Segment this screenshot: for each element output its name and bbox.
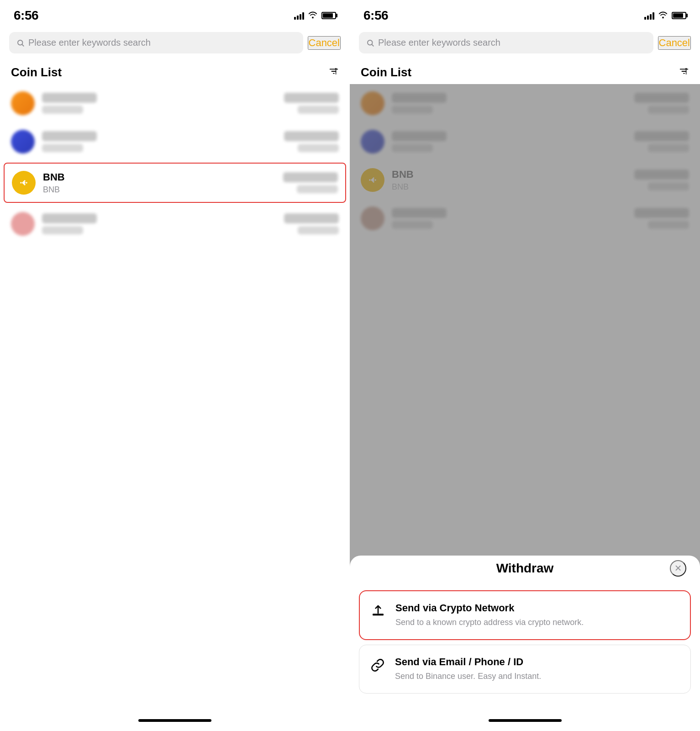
search-placeholder-right: Please enter keywords search [378, 37, 646, 48]
search-input-container-left[interactable]: Please enter keywords search [9, 32, 303, 53]
coin-change-blurred-4 [298, 226, 339, 234]
list-item[interactable] [0, 205, 350, 243]
bnb-name: BNB [43, 171, 276, 183]
search-bar-left[interactable]: Please enter keywords search Cancel [0, 27, 350, 58]
link-icon [368, 656, 387, 674]
coin-symbol-blurred-1 [42, 106, 83, 114]
sort-icon-right[interactable] [679, 66, 689, 79]
coin-list-left: BNB BNB [0, 84, 350, 712]
cancel-button-left[interactable]: Cancel [308, 36, 341, 50]
email-phone-title: Send via Email / Phone / ID [395, 656, 681, 668]
wifi-icon-right [658, 11, 668, 21]
status-time-right: 6:56 [363, 8, 388, 23]
bnb-value-blurred [283, 172, 338, 182]
battery-icon-right [672, 12, 686, 19]
search-icon-left [16, 39, 25, 47]
battery-icon-left [321, 12, 336, 19]
bnb-row[interactable]: BNB BNB [4, 163, 346, 203]
search-icon-right [366, 39, 374, 47]
crypto-network-option[interactable]: Send via Crypto Network Send to a known … [359, 590, 691, 640]
status-icons-left [294, 11, 336, 21]
signal-icon-right [644, 11, 654, 20]
upload-icon [369, 602, 387, 620]
crypto-network-title: Send via Crypto Network [395, 602, 681, 614]
coin-icon-blue [11, 130, 35, 154]
svg-rect-4 [373, 614, 384, 615]
list-item[interactable] [0, 122, 350, 161]
email-phone-desc: Send to Binance user. Easy and Instant. [395, 671, 681, 682]
coin-value-blurred-4 [284, 213, 339, 223]
bnb-info: BNB BNB [43, 171, 276, 195]
coin-info-2 [42, 131, 277, 152]
close-button[interactable]: × [670, 560, 686, 577]
email-phone-option[interactable]: Send via Email / Phone / ID Send to Bina… [359, 645, 691, 694]
crypto-network-desc: Send to a known crypto address via crypt… [395, 617, 681, 628]
list-item[interactable] [0, 84, 350, 122]
signal-icon-left [294, 11, 304, 20]
wifi-icon-left [308, 11, 318, 21]
status-bar-left: 6:56 [0, 0, 350, 27]
coin-list-header-right: Coin List [350, 58, 700, 84]
crypto-network-text: Send via Crypto Network Send to a known … [395, 602, 681, 628]
coin-right-2 [284, 131, 339, 152]
coin-name-blurred-4 [42, 213, 97, 223]
coin-list-title-right: Coin List [361, 65, 411, 79]
cancel-button-right[interactable]: Cancel [658, 36, 691, 50]
coin-right-1 [284, 93, 339, 114]
coin-name-blurred-2 [42, 131, 97, 141]
sort-icon-left[interactable] [329, 66, 339, 79]
withdraw-bottom-sheet: Withdraw × Send via Crypto Network Send … [350, 556, 700, 712]
coin-list-title-left: Coin List [11, 65, 62, 79]
coin-change-blurred-2 [298, 144, 339, 152]
home-indicator-left [0, 712, 350, 731]
coin-value-blurred-2 [284, 131, 339, 141]
coin-symbol-blurred-2 [42, 144, 83, 152]
home-indicator-right [350, 712, 700, 731]
home-bar-right [489, 719, 562, 722]
bnb-right [283, 172, 338, 193]
coin-right-4 [284, 213, 339, 234]
coin-list-header-left: Coin List [0, 58, 350, 84]
status-icons-right [644, 11, 686, 21]
search-bar-right[interactable]: Please enter keywords search Cancel [350, 27, 700, 58]
coin-name-blurred-1 [42, 93, 97, 103]
search-placeholder-left: Please enter keywords search [28, 37, 296, 48]
email-phone-text: Send via Email / Phone / ID Send to Bina… [395, 656, 681, 682]
search-input-container-right[interactable]: Please enter keywords search [359, 32, 653, 53]
coin-icon-orange [11, 91, 35, 115]
bnb-change-blurred [297, 185, 338, 193]
withdraw-title: Withdraw [380, 561, 670, 576]
left-panel: 6:56 [0, 0, 350, 731]
status-bar-right: 6:56 [350, 0, 700, 27]
bnb-symbol: BNB [43, 185, 276, 195]
coin-value-blurred-1 [284, 93, 339, 103]
status-time-left: 6:56 [14, 8, 38, 23]
bottom-sheet-header: Withdraw × [350, 556, 700, 586]
overlay-content: BNB BNB [350, 84, 700, 712]
home-bar-left [138, 719, 211, 722]
coin-info-1 [42, 93, 277, 114]
coin-icon-pink [11, 212, 35, 236]
coin-info-4 [42, 213, 277, 234]
bnb-icon [12, 171, 36, 195]
coin-symbol-blurred-4 [42, 226, 83, 234]
coin-change-blurred-1 [298, 106, 339, 114]
right-panel: 6:56 [350, 0, 700, 731]
